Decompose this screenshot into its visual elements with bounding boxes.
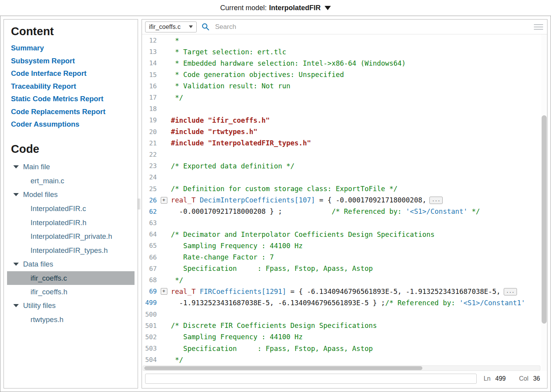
code-text: /* Exported data definition */ — [171, 162, 294, 170]
code-line-22: 22 — [142, 149, 541, 160]
tree-item-ifir-coeffs-h[interactable]: ifir_coeffs.h — [7, 285, 135, 299]
code-segment: real_T — [171, 288, 200, 295]
line-number: 504 — [142, 356, 157, 363]
tree-item-interpolatedfir-c[interactable]: InterpolatedFIR.c — [7, 202, 135, 216]
code-segment: = { -6.1340946796561893E-5, -1.913252343… — [286, 288, 501, 295]
line-indicator-value: 499 — [495, 375, 506, 382]
content-link-traceability-report[interactable]: Traceability Report — [11, 80, 136, 93]
line-number: 20 — [142, 128, 157, 136]
collapsed-ellipsis-button[interactable]: ... — [504, 288, 517, 295]
code-line-24: 24 — [142, 172, 541, 183]
code-link[interactable]: FIRCoefficients[1291] — [200, 288, 286, 295]
line-number: 500 — [142, 311, 157, 318]
code-segment: * Validation result: Not run — [171, 82, 291, 90]
sidebar: Content SummarySubsystem ReportCode Inte… — [4, 19, 138, 388]
code-line-504: 504 */ — [142, 354, 541, 365]
code-viewport: 12 *13 * Target selection: ert.tlc14 * E… — [142, 34, 547, 371]
report-window: Content SummarySubsystem ReportCode Inte… — [0, 16, 551, 392]
code-segment: * Code generation objectives: Unspecifie… — [171, 71, 344, 79]
collapse-triangle-icon — [13, 263, 19, 266]
tree-group-data-files[interactable]: Data files — [7, 257, 136, 271]
tree-item-ert-main-c[interactable]: ert_main.c — [7, 174, 135, 188]
code-text: */ — [171, 94, 183, 102]
code-toolbar: ifir_coeffs.c — [142, 20, 547, 34]
line-number: 22 — [142, 151, 157, 158]
tree-group-label: Data files — [23, 260, 53, 268]
tree-group-utility-files[interactable]: Utility files — [7, 299, 136, 313]
line-number: 14 — [142, 59, 157, 67]
line-number[interactable]: 499 — [142, 299, 157, 306]
code-segment: */ — [468, 208, 480, 215]
code-line-68: 68 */ — [142, 274, 541, 286]
code-segment: * Embedded hardware selection: Intel->x8… — [171, 59, 406, 67]
code-segment: /* Referenced by: — [332, 208, 406, 215]
code-segment: #include "rtwtypes.h" — [171, 128, 257, 136]
line-number: 23 — [142, 162, 157, 170]
line-number: 65 — [142, 242, 157, 249]
horizontal-scrollbar[interactable] — [143, 365, 540, 371]
code-text: */ — [171, 356, 183, 364]
code-segment: Specification : Fpass, Fstop, Apass, Ast… — [171, 265, 373, 272]
code-text: Rate-change Factor : 7 — [171, 253, 274, 261]
code-segment: * — [171, 37, 179, 45]
search-input[interactable] — [214, 23, 529, 31]
code-segment: /* Referenced by: — [385, 299, 459, 307]
vertical-scrollbar-thumb[interactable] — [542, 115, 547, 324]
tree-item-interpolatedfir-types-h[interactable]: InterpolatedFIR_types.h — [7, 243, 135, 258]
code-text: * — [171, 37, 179, 45]
code-line-12: 12 * — [142, 35, 541, 46]
tree-group-model-files[interactable]: Model files — [7, 188, 136, 202]
code-text: /* Decimator and Interpolator Coefficien… — [171, 231, 434, 238]
line-number[interactable]: 62 — [142, 208, 157, 215]
collapsed-ellipsis-button[interactable]: ... — [429, 197, 443, 204]
code-text: * Validation result: Not run — [171, 82, 291, 90]
code-text: real_T DecimInterpCoefficients[107] = { … — [171, 196, 443, 204]
current-model-name: InterpolatedFIR — [269, 4, 321, 12]
code-line-13: 13 * Target selection: ert.tlc — [142, 46, 541, 57]
content-link-static-code-metrics-report[interactable]: Static Code Metrics Report — [11, 93, 136, 106]
hamburger-menu-icon[interactable] — [534, 23, 543, 31]
expand-button[interactable]: + — [161, 288, 167, 295]
code-line-21: 21#include "InterpolatedFIR_types.h" — [142, 138, 541, 149]
code-line-62: 62 -0.000170921718000208 } ; /* Referenc… — [142, 206, 541, 217]
panel-splitter[interactable] — [138, 199, 140, 209]
code-lines: 12 *13 * Target selection: ert.tlc14 * E… — [142, 35, 541, 371]
line-number: 15 — [142, 71, 157, 79]
code-line-502: 502 Sampling Frequency : 44100 Hz — [142, 331, 541, 343]
current-model-dropdown[interactable]: Current model: InterpolatedFIR — [0, 0, 551, 16]
code-link[interactable]: DecimInterpCoefficients[107] — [200, 196, 315, 204]
vertical-scrollbar[interactable] — [541, 34, 547, 371]
code-line-65: 65 Sampling Frequency : 44100 Hz — [142, 240, 541, 251]
current-model-label: Current model: — [220, 4, 267, 12]
content-link-summary[interactable]: Summary — [11, 42, 136, 55]
code-line-500: 500 — [142, 309, 541, 320]
tree-group-main-file[interactable]: Main file — [7, 160, 136, 174]
code-segment: Sampling Frequency : 44100 Hz — [171, 242, 303, 250]
code-text: * Target selection: ert.tlc — [171, 48, 286, 56]
column-indicator-value: 36 — [533, 375, 540, 382]
code-link[interactable]: '<S1>/Constant1' — [459, 299, 526, 307]
horizontal-scrollbar-thumb[interactable] — [144, 366, 422, 370]
code-segment: */ — [171, 94, 183, 102]
line-number: 18 — [142, 105, 157, 113]
code-tree: Main fileert_main.cModel filesInterpolat… — [7, 160, 136, 327]
code-link[interactable]: '<S1>/Constant' — [406, 208, 468, 215]
content-link-code-replacements-report[interactable]: Code Replacements Report — [11, 106, 136, 118]
line-number[interactable]: 26 — [142, 197, 157, 204]
code-text: real_T FIRCoefficients[1291] = { -6.1340… — [171, 288, 517, 295]
content-link-code-interface-report[interactable]: Code Interface Report — [11, 67, 136, 80]
code-line-503: 503 Specification : Fpass, Fstop, Apass,… — [142, 343, 541, 354]
tree-item-ifir-coeffs-c[interactable]: ifir_coeffs.c — [7, 271, 135, 285]
line-number[interactable]: 69 — [142, 288, 157, 295]
content-link-subsystem-report[interactable]: Subsystem Report — [11, 55, 136, 68]
tree-item-interpolatedfir-private-h[interactable]: InterpolatedFIR_private.h — [7, 229, 135, 243]
tree-item-rtwtypes-h[interactable]: rtwtypes.h — [7, 313, 135, 327]
content-link-coder-assumptions[interactable]: Coder Assumptions — [11, 118, 136, 131]
tree-group-label: Main file — [23, 163, 50, 171]
expand-button[interactable]: + — [161, 197, 167, 204]
file-select-dropdown[interactable]: ifir_coeffs.c — [145, 21, 197, 32]
code-segment: Sampling Frequency : 44100 Hz — [171, 333, 303, 341]
code-line-25: 25/* Definition for custom storage class… — [142, 183, 541, 194]
tree-item-interpolatedfir-h[interactable]: InterpolatedFIR.h — [7, 216, 135, 230]
code-text: /* Definition for custom storage class: … — [171, 185, 397, 193]
